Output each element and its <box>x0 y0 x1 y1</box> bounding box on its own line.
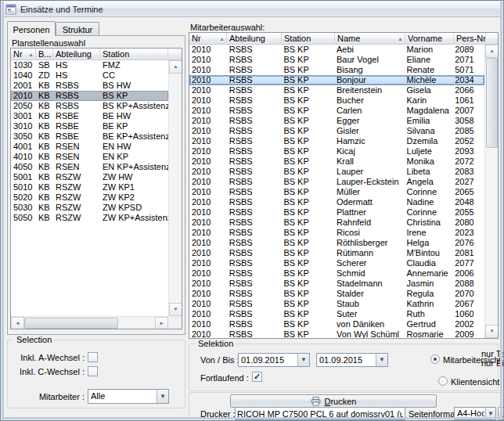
column-header-station[interactable]: Station <box>282 33 335 45</box>
scroll-right-icon[interactable]: ► <box>155 317 168 329</box>
table-row[interactable]: 5020KBRSZWZW KP2 <box>11 193 168 203</box>
table-row[interactable]: 2010RSBSBS KPPlattnerCorinne2055 <box>189 207 484 218</box>
table-row[interactable]: 2010RSBSBS KPRicosiIrene2023 <box>189 228 484 238</box>
table-row[interactable]: 5030KBRSZWZW KPSD <box>11 203 168 213</box>
scroll-left-icon[interactable]: ◄ <box>11 317 24 329</box>
table-row[interactable]: 4001KBRSENEN HW <box>11 142 168 152</box>
table-row[interactable]: 2050KBRSBSBS KP+Assistenz <box>11 101 168 111</box>
planstellen-horizontal-scrollbar[interactable]: ◄ ► <box>11 316 168 329</box>
chevron-down-icon[interactable]: ▼ <box>376 354 387 366</box>
date-to-combo[interactable]: 01.09.2015 ▼ <box>316 353 388 367</box>
table-row[interactable]: 4050KBRSENEN KP+Assistenz <box>11 162 168 172</box>
klientensicht-radio[interactable] <box>438 376 448 386</box>
table-row[interactable]: 1030SBHSFMZ <box>11 60 168 70</box>
table-cell: RSEN <box>53 162 100 172</box>
table-row[interactable]: 2010RSBSBS KPEggerEmilia3058 <box>189 116 484 126</box>
table-row[interactable]: 3010KBRSBEBE KP <box>11 121 168 131</box>
drucken-button-label: Drucken <box>325 397 357 406</box>
table-cell: RSBS <box>227 319 282 329</box>
table-cell: 2010 <box>189 309 227 319</box>
scroll-down-icon[interactable]: ▼ <box>485 325 499 338</box>
date-from-combo[interactable]: 01.09.2015 ▼ <box>238 353 310 367</box>
table-row[interactable]: 3001KBRSBEBE HW <box>11 111 168 121</box>
table-row[interactable]: 2010RSBSBS KPKrallMonika2072 <box>189 157 484 167</box>
column-header-nr[interactable]: Nr▲ <box>11 49 36 60</box>
scroll-up-icon[interactable]: ▲ <box>485 45 499 58</box>
chevron-down-icon[interactable]: ▼ <box>157 390 168 403</box>
table-cell: RSBE <box>53 111 100 121</box>
tab-struktur[interactable]: Struktur <box>56 22 99 35</box>
table-cell: 3050 <box>11 131 36 142</box>
column-header-persnr[interactable]: Pers-Nr <box>454 33 486 45</box>
column-header-nr[interactable]: Nr▲ <box>189 33 227 45</box>
seitenformat-combo[interactable]: A4-Hoch ▼ <box>454 407 496 420</box>
table-cell: Egger <box>334 116 405 126</box>
table-row[interactable]: 2010RSBSBS KPSuterRuth1060 <box>189 309 484 319</box>
table-row[interactable]: 2010RSBSBS KPHamzicDzemila2052 <box>189 136 484 146</box>
mitarbeiter-vertical-scrollbar[interactable]: ▲ ▼ <box>484 45 498 338</box>
table-row[interactable]: 2010RSBSBS KPLauper-EcksteinAngela2027 <box>189 177 484 187</box>
table-row[interactable]: 2010RSBSBS KPStaubKathrin2067 <box>189 299 484 309</box>
fortlaufend-checkbox[interactable] <box>252 372 262 382</box>
table-row[interactable]: 2010RSBSBS KPStadelmannJasmin2088 <box>189 279 484 289</box>
titlebar[interactable]: Einsätze und Termine <box>2 2 502 17</box>
column-header-abteilung[interactable]: Abteilung <box>53 49 100 60</box>
scroll-up-icon[interactable]: ▲ <box>169 60 182 74</box>
table-row[interactable]: 2010RSBSBS KPRütimannM'Bintou2081 <box>189 248 484 258</box>
table-row[interactable]: 2010RSBSBS KPBreitensteinGisela2066 <box>189 85 484 95</box>
table-row[interactable]: 2010RSBSBS KPRahnfeldChristina2080 <box>189 218 484 228</box>
table-row[interactable]: 2010RSBSBS KPBaur VogelEliane2071 <box>189 55 484 65</box>
drucker-input[interactable] <box>235 407 405 420</box>
horizontal-scroll-thumb[interactable] <box>24 318 118 329</box>
table-row[interactable]: 2010RSBSBS KPAebiMarion2089 <box>189 45 484 55</box>
table-row[interactable]: 2010RSBSBS KPGislerSilvana2085 <box>189 126 484 136</box>
column-header-abteilung[interactable]: Abteilung <box>227 33 282 45</box>
table-row[interactable]: 2010RSBSBS KPVon Wyl SchümlRosmarie2009 <box>189 329 484 338</box>
selection-group-label: Selection <box>14 335 54 344</box>
table-row[interactable]: 2010RSBSBS KPBonjourMichèle2034 <box>189 75 484 85</box>
tab-personen[interactable]: Personen <box>7 21 56 36</box>
table-row[interactable]: 2010RSBSBS KPBisangRenate5071 <box>189 65 484 75</box>
column-header-filler <box>168 49 182 60</box>
table-cell: Ricosi <box>334 228 405 238</box>
column-header-station[interactable]: Station <box>100 49 168 60</box>
table-row[interactable]: 1040ZDHSCC <box>11 70 168 81</box>
vertical-scroll-thumb[interactable] <box>486 58 498 148</box>
table-row[interactable]: 2010KBRSBSBS KP <box>11 91 168 101</box>
table-row[interactable]: 2001KBRSBSBS HW <box>11 81 168 91</box>
table-cell: Rahnfeld <box>334 218 405 228</box>
table-row[interactable]: 2010RSBSBS KPMüllerCorinne2065 <box>189 187 484 197</box>
mitarbeiter-combo[interactable]: Alle ▼ <box>88 389 169 404</box>
column-header-name[interactable]: Name▲ <box>335 33 405 45</box>
table-row[interactable]: 5050KBRSZWZW KP+Assistenz <box>11 213 168 223</box>
scroll-down-icon[interactable]: ▼ <box>169 303 182 316</box>
table-row[interactable]: 2010RSBSBS KPSchmidAnnemarie2006 <box>189 268 484 279</box>
table-cell: BS KP <box>281 248 334 258</box>
table-row[interactable]: 2010RSBSBS KPLauperLibeta2083 <box>189 167 484 177</box>
table-row[interactable]: 5010KBRSZWZW KP1 <box>11 182 168 193</box>
chevron-down-icon[interactable]: ▼ <box>485 408 495 419</box>
table-row[interactable]: 2010RSBSBS KPRöthlisbergerHelga2076 <box>189 238 484 248</box>
table-row[interactable]: 2010RSBSBS KPBucherKarin1061 <box>189 95 484 106</box>
chevron-down-icon[interactable]: ▼ <box>297 354 309 366</box>
inkl-c-wechsel-checkbox[interactable] <box>88 366 98 376</box>
table-cell: 3001 <box>11 111 36 121</box>
table-row[interactable]: 2010RSBSBS KPSchererClaudia2077 <box>189 258 484 268</box>
mitarbeitersicht-radio[interactable] <box>430 354 440 364</box>
inkl-a-wechsel-checkbox[interactable] <box>88 352 98 362</box>
more-options-button[interactable]: ... <box>498 407 504 420</box>
column-header-vorname[interactable]: Vorname <box>405 33 454 45</box>
column-header-b[interactable]: B... <box>36 49 53 60</box>
table-row[interactable]: 5001KBRSZWZW HW <box>11 172 168 182</box>
table-row[interactable]: 2010RSBSBS KPKicajLuljete2093 <box>189 146 484 157</box>
table-cell: 2023 <box>452 228 484 238</box>
table-row[interactable]: 2010RSBSBS KPOdermattNadine2048 <box>189 197 484 207</box>
planstellen-vertical-scrollbar[interactable]: ▲ ▼ <box>168 60 182 316</box>
table-row[interactable]: 4010KBRSENEN KP <box>11 152 168 162</box>
table-row[interactable]: 3050KBRSBEBE KP+Assistenz <box>11 131 168 142</box>
drucken-button[interactable]: Drucken <box>230 394 437 408</box>
table-row[interactable]: 2010RSBSBS KPCarlenMagdalena2007 <box>189 106 484 116</box>
table-row[interactable]: 2010RSBSBS KPvon DänikenGertrud2002 <box>189 319 484 329</box>
table-cell: Lauper-Eckstein <box>334 177 405 187</box>
table-row[interactable]: 2010RSBSBS KPStalderRegula2070 <box>189 289 484 299</box>
